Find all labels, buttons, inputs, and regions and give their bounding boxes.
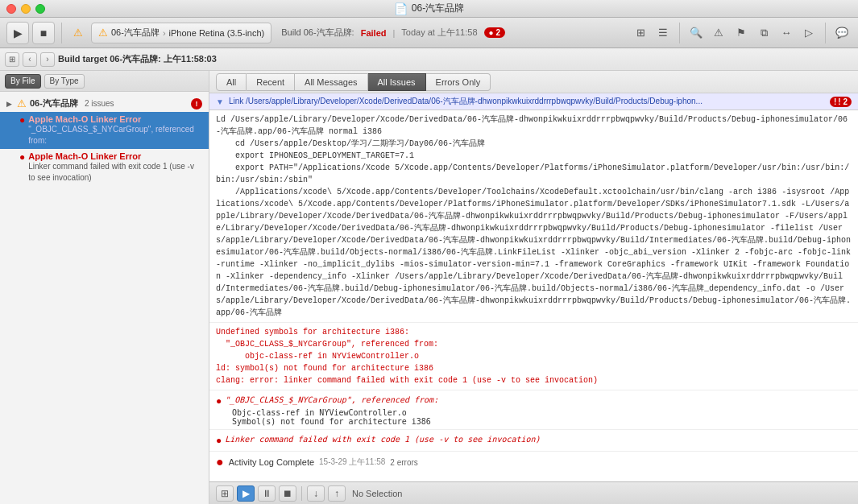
issue-title-1: Apple Mach-O Linker Error (28, 114, 202, 124)
chat-icon[interactable]: 💬 (832, 23, 852, 43)
error-count-badge: ● 2 (484, 27, 506, 38)
project-error-dot: ! (191, 98, 202, 109)
secondary-toolbar: ⊞ ‹ › Build target 06-汽车品牌: 上午11:58:03 (0, 48, 858, 71)
log-error-icon: ! (834, 97, 836, 106)
left-panel-header: By File By Type (0, 71, 209, 92)
tab-all-messages[interactable]: All Messages (295, 73, 367, 91)
play-icon[interactable]: ▷ (799, 23, 819, 43)
undefined-section-text: Undefined symbols for architecture i386:… (216, 326, 852, 386)
activity-log-row: ● Activity Log Complete 15-3-29 上午11:58 … (209, 451, 858, 473)
build-time: Today at 上午11:58 (401, 27, 477, 39)
flag-icon[interactable]: ⚑ (732, 23, 751, 43)
build-failed-text: Failed (361, 28, 387, 38)
minimize-button[interactable] (21, 4, 31, 14)
issue-item-2[interactable]: ● Apple Mach-O Linker Error Linker comma… (0, 149, 209, 186)
scheme-warning-icon: ⚠ (68, 23, 88, 43)
project-arrow-icon: ▶ (6, 100, 12, 108)
bottom-down-btn[interactable]: ↓ (307, 485, 325, 502)
diff-icon[interactable]: ⧉ (754, 23, 773, 43)
warning-icon[interactable]: ⚠ (709, 23, 728, 43)
error-text-2: Linker command failed with exit code 1 (… (225, 435, 540, 444)
list-icon[interactable]: ☰ (653, 23, 673, 43)
activity-log-time: 15-3-29 上午11:58 (319, 456, 385, 468)
scheme-name: 06-汽车品牌 (111, 27, 160, 39)
main-layout: By File By Type ▶ ⚠ 06-汽车品牌 2 issues ! ●… (0, 71, 858, 504)
tab-all-issues[interactable]: All Issues (368, 73, 426, 91)
tab-recent[interactable]: Recent (247, 73, 295, 91)
issue-desc-1: "_OBJC_CLASS_$_NYCarGroup", referenced f… (28, 124, 202, 147)
sidebar-toggle-icon[interactable]: ⊞ (5, 52, 19, 67)
bottom-pause-btn[interactable]: ⏸ (258, 485, 276, 502)
error-text-1: "_OBJC_CLASS_$_NYCarGroup", referenced f… (225, 395, 438, 404)
right-panel: All Recent All Messages All Issues Error… (209, 71, 858, 504)
error-line-2: ● Linker command failed with exit code 1… (216, 433, 852, 448)
issue-count: 2 issues (85, 99, 114, 108)
nav-back-button[interactable]: ‹ (23, 52, 37, 67)
project-warning-icon: ⚠ (17, 97, 27, 109)
title-text: 06-汽车品牌 (412, 2, 464, 15)
tab-all[interactable]: All (216, 73, 247, 91)
toolbar-right: ⊞ ☰ 🔍 ⚠ ⚑ ⧉ ↔ ▷ 💬 (631, 23, 852, 43)
left-panel-content: ▶ ⚠ 06-汽车品牌 2 issues ! ● Apple Mach-O Li… (0, 92, 209, 504)
issue-item-1[interactable]: ● Apple Mach-O Linker Error "_OBJC_CLASS… (0, 112, 209, 149)
activity-error-icon: ● (216, 455, 224, 469)
search-icon[interactable]: 🔍 (686, 23, 706, 43)
filter-tabs: All Recent All Messages All Issues Error… (209, 71, 858, 93)
issue-title-2: Apple Mach-O Linker Error (28, 151, 202, 161)
activity-log-label: Activity Log Complete (229, 457, 314, 467)
log-area[interactable]: ▼ Link /Users/apple/Library/Developer/Xc… (209, 93, 858, 481)
toolbar-separator-3 (825, 23, 826, 43)
nav-forward-button[interactable]: › (40, 52, 55, 67)
main-toolbar: ▶ ■ ⚠ ⚠ 06-汽车品牌 › iPhone Retina (3.5-inc… (0, 18, 858, 48)
error-icon-2: ● (19, 151, 25, 163)
activity-log-errors: 2 errors (390, 458, 417, 467)
error-line-1: ● "_OBJC_CLASS_$_NYCarGroup", referenced… (216, 394, 852, 408)
log-error-count: ! 2 (838, 97, 848, 106)
titlebar: 📄 06-汽车品牌 (0, 0, 858, 18)
run-button[interactable]: ▶ (6, 22, 29, 44)
close-button[interactable] (6, 4, 16, 14)
bottom-stop-btn[interactable]: ⏹ (279, 485, 296, 502)
bottom-separator-1 (301, 486, 302, 501)
bottom-up-btn[interactable]: ↑ (328, 485, 346, 502)
log-triangle-icon: ▼ (216, 97, 224, 106)
toolbar-separator-2 (679, 23, 680, 43)
error-inline-1: ● "_OBJC_CLASS_$_NYCarGroup", referenced… (209, 390, 858, 429)
selection-label: No Selection (352, 489, 402, 498)
error-sub2: Symbol(s) not found for architecture i38… (216, 417, 852, 426)
project-item[interactable]: ▶ ⚠ 06-汽车品牌 2 issues ! (0, 95, 209, 112)
grid-icon[interactable]: ⊞ (631, 23, 650, 43)
window-title: 📄 06-汽车品牌 (394, 2, 464, 15)
bottom-expand-btn[interactable]: ⊞ (216, 485, 234, 502)
traffic-lights[interactable] (6, 4, 45, 14)
scheme-icon: ⚠ (98, 27, 108, 39)
filter-by-file-button[interactable]: By File (5, 74, 41, 89)
error-count: 2 (496, 28, 501, 37)
toolbar-separator-1 (61, 23, 62, 43)
error-sub1: Objc-class-ref in NYViewController.o (216, 408, 852, 417)
left-panel: By File By Type ▶ ⚠ 06-汽车品牌 2 issues ! ●… (0, 71, 209, 504)
maximize-button[interactable] (35, 4, 45, 14)
scheme-selector[interactable]: ⚠ 06-汽车品牌 › iPhone Retina (3.5-inch) (91, 23, 271, 43)
log-content: Ld /Users/apple/Library/Developer/Xcode/… (209, 110, 858, 322)
filter-by-type-button[interactable]: By Type (44, 74, 85, 89)
undefined-symbols-section: Undefined symbols for architecture i386:… (209, 322, 858, 390)
build-prefix: Build 06-汽车品牌: (281, 27, 354, 39)
error-icon-small: ● (489, 28, 494, 37)
document-icon: 📄 (394, 2, 408, 15)
stop-button[interactable]: ■ (32, 22, 55, 44)
log-error-badge: ! ! 2 (830, 97, 852, 107)
bottom-bar: ⊞ ▶ ⏸ ⏹ ↓ ↑ No Selection (209, 481, 858, 504)
issue-desc-2: Linker command failed with exit code 1 (… (28, 161, 202, 184)
error-inline-2: ● Linker command failed with exit code 1… (209, 429, 858, 451)
device-name: iPhone Retina (3.5-inch) (169, 28, 265, 38)
nav-icon[interactable]: ↔ (777, 23, 796, 43)
build-status: Build 06-汽车品牌: Failed | Today at 上午11:58… (281, 27, 505, 39)
activity-text: Build target 06-汽车品牌: 上午11:58:03 (58, 53, 217, 65)
chevron-right-icon: › (163, 28, 166, 38)
tab-errors-only[interactable]: Errors Only (426, 73, 491, 91)
log-header-row[interactable]: ▼ Link /Users/apple/Library/Developer/Xc… (209, 93, 858, 110)
project-name: 06-汽车品牌 (30, 97, 78, 109)
error-bullet-2: ● (216, 435, 222, 446)
bottom-play-btn[interactable]: ▶ (237, 485, 255, 502)
